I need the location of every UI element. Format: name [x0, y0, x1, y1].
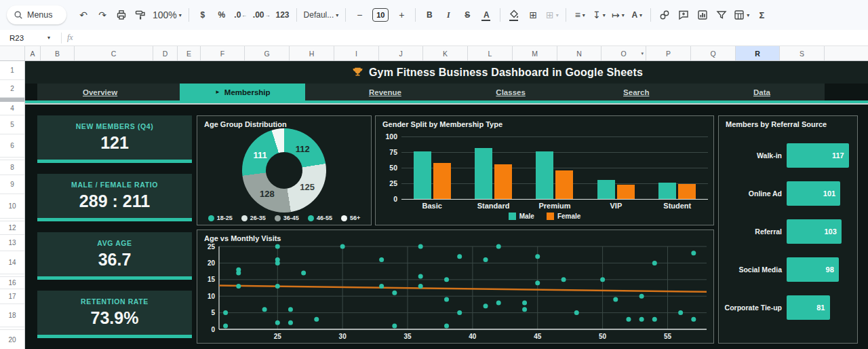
column-header-C[interactable]: C [75, 46, 153, 60]
referral-value: 81 [816, 304, 825, 312]
decrease-font-button[interactable]: − [351, 6, 368, 24]
decrease-decimal-button[interactable]: .0← [232, 6, 250, 24]
row-header-4[interactable]: 4 [0, 102, 24, 115]
formula-input[interactable] [73, 30, 868, 45]
row-header-20[interactable]: 20 [0, 330, 24, 349]
horizontal-align-button[interactable]: ≡▾ [571, 6, 589, 24]
name-box-caret-icon[interactable]: ▾ [47, 35, 50, 41]
tab-membership[interactable]: ►Membership [180, 84, 305, 100]
row-header-1[interactable]: 1 [0, 61, 24, 80]
insert-link-button[interactable] [656, 6, 673, 24]
row-header-14[interactable]: 14 [0, 251, 24, 274]
row-header-10[interactable]: 10 [0, 194, 24, 219]
donut-slice-value: 125 [300, 182, 315, 192]
tab-search[interactable]: Search [574, 84, 699, 100]
formula-bar-divider [61, 33, 62, 43]
table-views-button[interactable]: ▾ [732, 6, 751, 24]
row-header-5[interactable]: 5 [0, 115, 24, 134]
font-select[interactable]: Defaul...▾ [302, 6, 341, 24]
referral-source-chart[interactable]: Members by Referral Source Walk-in117Onl… [718, 115, 858, 344]
column-header-N[interactable]: N [557, 46, 601, 60]
column-header-A[interactable]: A [25, 46, 41, 60]
chart-legend: 18-2526-3536-4546-5556+ [197, 215, 371, 221]
column-header-J[interactable]: J [379, 46, 423, 60]
age-visits-scatter-chart[interactable]: Age vs Monthly Visits 051015202525303540… [197, 229, 714, 344]
referral-label: Social Media [723, 265, 787, 274]
column-header-F[interactable]: F [201, 46, 245, 60]
column-header-H[interactable]: H [290, 46, 334, 60]
column-header-P[interactable]: P [646, 46, 691, 60]
column-header-L[interactable]: L [468, 46, 513, 60]
insert-comment-button[interactable] [675, 6, 692, 24]
row-header-17[interactable]: 17 [0, 289, 24, 304]
borders-button[interactable]: ⊞ [524, 6, 542, 24]
column-header-Q[interactable]: Q [691, 46, 736, 60]
row-header-2[interactable]: 2 [0, 80, 24, 98]
column-header-E[interactable]: E [178, 46, 201, 60]
redo-button[interactable]: ↷ [94, 6, 111, 24]
more-formats-button[interactable]: 123 [274, 6, 292, 24]
referral-row: Social Media98 [723, 257, 853, 282]
legend-label: 46-55 [317, 215, 332, 221]
bar-male [597, 180, 615, 199]
tab-classes[interactable]: Classes [448, 84, 574, 100]
vertical-align-icon: ↧ [593, 10, 601, 20]
increase-font-button[interactable]: + [393, 6, 410, 24]
gender-split-chart[interactable]: Gender Split by Membership Type 02550751… [375, 115, 714, 225]
format-currency-button[interactable]: $ [194, 6, 212, 24]
column-header-S[interactable]: S [780, 46, 825, 60]
undo-button[interactable]: ↶ [75, 6, 92, 24]
row-header-13[interactable]: 13 [0, 235, 24, 251]
row-header-6[interactable]: 6 [0, 134, 24, 158]
fill-color-button[interactable] [505, 6, 523, 24]
row-header-16[interactable]: 16 [0, 277, 24, 289]
column-header-D[interactable]: D [153, 46, 178, 60]
column-filter-caret-icon[interactable]: ▾ [641, 51, 644, 56]
select-all-corner[interactable] [0, 46, 25, 60]
format-percent-button[interactable]: % [213, 6, 231, 24]
tab-revenue[interactable]: Revenue [322, 84, 448, 100]
row-header-18[interactable]: 18 [0, 304, 24, 327]
column-header-B[interactable]: B [41, 46, 75, 60]
functions-button[interactable]: Σ [753, 6, 770, 24]
italic-button[interactable]: I [439, 6, 457, 24]
strikethrough-button[interactable]: S [458, 6, 476, 24]
font-size-input[interactable]: 10 [372, 8, 389, 22]
text-wrap-button[interactable]: ↦▾ [609, 6, 627, 24]
column-header-O[interactable]: O▾ [601, 46, 646, 60]
print-button[interactable] [113, 6, 130, 24]
menus-search[interactable]: Menus [7, 5, 66, 24]
zoom-select[interactable]: 100%▾ [151, 6, 184, 24]
kpi-value: 36.7 [37, 247, 192, 270]
data-point [691, 317, 696, 322]
text-rotation-button[interactable]: A▾ [628, 6, 646, 24]
chevron-down-icon: ▾ [622, 12, 625, 18]
bar-male [475, 148, 492, 199]
y-axis-label: 50 [380, 164, 397, 172]
column-header-I[interactable]: I [334, 46, 379, 60]
category-label: Basic [401, 202, 462, 210]
name-box[interactable]: R23 [0, 34, 47, 42]
text-color-button[interactable]: A [477, 6, 495, 24]
age-distribution-chart[interactable]: Age Group Distribution 112125128111 18-2… [197, 115, 372, 225]
row-header-8[interactable]: 8 [0, 160, 24, 175]
tab-data[interactable]: Data [699, 84, 825, 100]
column-header-G[interactable]: G [245, 46, 290, 60]
column-header-R[interactable]: R [736, 46, 780, 60]
paint-format-button[interactable] [132, 6, 149, 24]
create-filter-button[interactable] [713, 6, 730, 24]
row-header-12[interactable]: 12 [0, 221, 24, 235]
insert-chart-button[interactable] [694, 6, 711, 24]
vertical-align-button[interactable]: ↧▾ [590, 6, 608, 24]
column-header-M[interactable]: M [513, 46, 557, 60]
data-point [223, 324, 228, 329]
column-header-K[interactable]: K [423, 46, 468, 60]
bold-button[interactable]: B [420, 6, 438, 24]
referral-row: Online Ad101 [723, 181, 853, 206]
increase-decimal-button[interactable]: .00→ [251, 6, 273, 24]
horizontal-align-icon: ≡ [575, 10, 580, 20]
tab-overview[interactable]: Overview [37, 84, 163, 100]
row-header-9[interactable]: 9 [0, 175, 24, 194]
merge-cells-button[interactable]: ⊞▾ [543, 6, 561, 24]
kpi-value: 121 [37, 130, 192, 153]
